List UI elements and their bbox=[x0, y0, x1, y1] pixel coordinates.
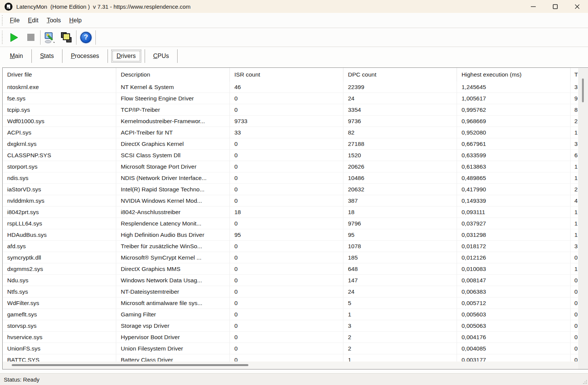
window-controls bbox=[522, 0, 588, 13]
cell-driver: symcryptk.dll bbox=[3, 252, 116, 263]
column-header-dpc-count[interactable]: DPC count bbox=[343, 68, 457, 81]
cell-driver: ACPI.sys bbox=[3, 127, 116, 138]
menu-edit[interactable]: Edit bbox=[24, 16, 43, 25]
table-row[interactable]: ndis.sysNDIS (Network Driver Interface..… bbox=[3, 172, 588, 184]
table-row[interactable]: Ndu.sysWindows Network Data Usag...01470… bbox=[3, 275, 588, 286]
cell-driver: dxgkrnl.sys bbox=[3, 138, 116, 150]
cell-description: Kernelmodustreiber-Framewor... bbox=[116, 116, 230, 127]
table-row[interactable]: hvservice.sysHypervisor Boot Driver020,0… bbox=[3, 332, 588, 343]
table-row[interactable]: CLASSPNP.SYSSCSI Class System Dll015200,… bbox=[3, 150, 588, 161]
menu-tools[interactable]: Tools bbox=[42, 16, 65, 25]
table-row[interactable]: Wdf01000.sysKernelmodustreiber-Framewor.… bbox=[3, 116, 588, 127]
column-header-isr-count[interactable]: ISR count bbox=[230, 68, 343, 81]
table-row[interactable]: dxgkrnl.sysDirectX Graphics Kernel027188… bbox=[3, 138, 588, 150]
cell-dpc: 9796 bbox=[343, 218, 457, 229]
cell-driver: UnionFS.sys bbox=[3, 343, 116, 354]
cell-highest: 0,003177 bbox=[457, 354, 571, 362]
cell-highest: 0,667961 bbox=[457, 138, 571, 150]
cell-dpc: 95 bbox=[343, 229, 457, 241]
cell-dpc: 27188 bbox=[343, 138, 457, 150]
table-row[interactable]: HDAudBus.sysHigh Definition Audio Bus Dr… bbox=[3, 229, 588, 241]
cell-driver: rspLLL64.sys bbox=[3, 218, 116, 229]
cell-description: DirectX Graphics MMS bbox=[116, 263, 230, 275]
cell-driver: storvsp.sys bbox=[3, 320, 116, 332]
minimize-button[interactable] bbox=[522, 0, 544, 13]
table-row[interactable]: UnionFS.sysUnion Filesystem Driver020,00… bbox=[3, 343, 588, 354]
play-icon bbox=[9, 33, 19, 42]
table-row[interactable]: storport.sysMicrosoft Storage Port Drive… bbox=[3, 161, 588, 172]
cell-driver: Wdf01000.sys bbox=[3, 116, 116, 127]
cell-dpc: 10486 bbox=[343, 172, 457, 184]
close-button[interactable] bbox=[566, 0, 588, 13]
cell-isr: 0 bbox=[230, 93, 343, 104]
cell-isr: 0 bbox=[230, 343, 343, 354]
horizontal-scrollbar-thumb[interactable] bbox=[12, 364, 248, 366]
column-header-description[interactable]: Description bbox=[116, 68, 230, 81]
cell-highest: 0,952080 bbox=[457, 127, 571, 138]
horizontal-scrollbar[interactable] bbox=[3, 362, 578, 369]
cell-isr: 0 bbox=[230, 138, 343, 150]
cell-highest: 0,037927 bbox=[457, 218, 571, 229]
cell-description: Storage vsp Driver bbox=[116, 320, 230, 332]
column-header-driver-file[interactable]: Driver file bbox=[3, 68, 116, 81]
start-monitor-button[interactable] bbox=[6, 30, 22, 45]
cell-dpc: 648 bbox=[343, 263, 457, 275]
cell-dpc: 82 bbox=[343, 127, 457, 138]
tab-processes[interactable]: Processes bbox=[65, 50, 105, 62]
tab-stats[interactable]: Stats bbox=[34, 50, 60, 62]
cell-driver: ntoskrnl.exe bbox=[3, 81, 116, 93]
table-row[interactable]: BATTC.SYSBattery Class Driver010,0031770 bbox=[3, 354, 588, 362]
cell-isr: 0 bbox=[230, 218, 343, 229]
cell-dpc: 22399 bbox=[343, 81, 457, 93]
table-row[interactable]: nvlddmkm.sysNVIDIA Windows Kernel Mod...… bbox=[3, 195, 588, 207]
menu-help[interactable]: Help bbox=[65, 16, 86, 25]
copy-button[interactable] bbox=[58, 30, 75, 45]
vertical-scrollbar-thumb[interactable] bbox=[582, 78, 584, 102]
table-row[interactable]: Ntfs.sysNT-Dateisystemtreiber0240,006383… bbox=[3, 286, 588, 297]
cell-driver: afd.sys bbox=[3, 241, 116, 252]
cell-dpc: 20632 bbox=[343, 184, 457, 195]
table-row[interactable]: WdFilter.sysMicrosoft antimalware file s… bbox=[3, 297, 588, 309]
resize-grip-icon[interactable] bbox=[582, 379, 587, 384]
cell-highest: 0,018172 bbox=[457, 241, 571, 252]
toolbar-gripper bbox=[2, 31, 3, 44]
tab-main[interactable]: Main bbox=[4, 50, 29, 62]
cell-isr: 0 bbox=[230, 332, 343, 343]
cell-isr: 0 bbox=[230, 184, 343, 195]
column-header-highest-execution[interactable]: Highest execution (ms) bbox=[457, 68, 571, 81]
cell-description: NT-Dateisystemtreiber bbox=[116, 286, 230, 297]
table-row[interactable]: tcpip.sysTCP/IP-Treiber033540,9957628 bbox=[3, 104, 588, 116]
table-row[interactable]: iaStorVD.sysIntel(R) Rapid Storage Techn… bbox=[3, 184, 588, 195]
table-row[interactable]: storvsp.sysStorage vsp Driver030,0050630 bbox=[3, 320, 588, 332]
stop-monitor-button[interactable] bbox=[22, 30, 39, 45]
cell-highest: 0,004085 bbox=[457, 343, 571, 354]
table-row[interactable]: symcryptk.dllMicrosoft® SymCrypt Kernel … bbox=[3, 252, 588, 263]
cell-isr: 0 bbox=[230, 309, 343, 320]
table-row[interactable]: dxgmms2.sysDirectX Graphics MMS06480,010… bbox=[3, 263, 588, 275]
menu-file[interactable]: File bbox=[6, 16, 24, 25]
table-row[interactable]: i8042prt.sysi8042-Anschlusstreiber18180,… bbox=[3, 207, 588, 218]
cell-dpc: 1 bbox=[343, 309, 457, 320]
maximize-button[interactable] bbox=[544, 0, 566, 13]
cell-highest: 0,417990 bbox=[457, 184, 571, 195]
cell-driver: storport.sys bbox=[3, 161, 116, 172]
cell-highest: 0,010083 bbox=[457, 263, 571, 275]
cell-dpc: 5 bbox=[343, 297, 457, 309]
vertical-scrollbar[interactable] bbox=[578, 68, 588, 369]
table-row[interactable]: ACPI.sysACPI-Treiber für NT33820,9520801 bbox=[3, 127, 588, 138]
tab-drivers[interactable]: Drivers bbox=[112, 51, 140, 61]
help-button[interactable]: ? bbox=[78, 30, 94, 45]
report-button[interactable] bbox=[42, 30, 58, 45]
toolbar-separator bbox=[76, 30, 76, 45]
cell-description: Microsoft antimalware file sys... bbox=[116, 297, 230, 309]
table-row[interactable]: rspLLL64.sysResplendence Latency Monit..… bbox=[3, 218, 588, 229]
cell-description: ACPI-Treiber für NT bbox=[116, 127, 230, 138]
cell-description: TCP/IP-Treiber bbox=[116, 104, 230, 116]
menu-bar: File Edit Tools Help bbox=[0, 13, 588, 28]
table-row[interactable]: fse.sysFlow Steering Engine Driver0241,0… bbox=[3, 93, 588, 104]
table-row[interactable]: ntoskrnl.exeNT Kernel & System46223991,2… bbox=[3, 81, 588, 93]
cell-highest: 0,005063 bbox=[457, 320, 571, 332]
table-row[interactable]: gameflt.sysGaming Filter010,0056030 bbox=[3, 309, 588, 320]
table-row[interactable]: afd.sysTreiber für zusätzliche WinSo...0… bbox=[3, 241, 588, 252]
tab-cpus[interactable]: CPUs bbox=[147, 50, 175, 62]
